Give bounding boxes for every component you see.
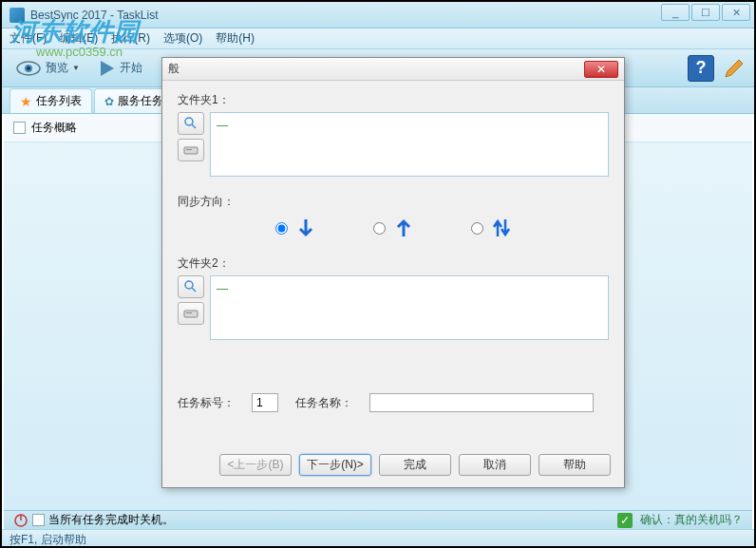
svg-line-11: [192, 288, 196, 292]
task-checkbox[interactable]: [13, 122, 26, 134]
chevron-down-icon: ▼: [72, 64, 80, 72]
tab-servicetask-label: 服务任务: [118, 93, 163, 109]
folder2-browse-button[interactable]: [178, 275, 204, 298]
folder1-input[interactable]: —: [210, 112, 609, 177]
dialog-title: 般: [168, 61, 180, 77]
drive-icon: [183, 144, 198, 156]
sync-down-option[interactable]: [275, 217, 316, 238]
play-icon: [97, 59, 116, 78]
dialog-close-button[interactable]: ✕: [584, 61, 618, 78]
next-button[interactable]: 下一步(N)>: [299, 454, 371, 476]
menubar: 文件(F) 编辑(E) 执行(R) 选项(O) 帮助(H): [2, 28, 754, 49]
start-label: 开始: [120, 60, 142, 76]
help-button[interactable]: 帮助: [539, 454, 611, 476]
preview-button[interactable]: 预览 ▼: [9, 58, 85, 79]
shutdown-check[interactable]: 当所有任务完成时关机。: [13, 512, 174, 528]
svg-point-6: [185, 118, 193, 125]
search-icon: [184, 117, 198, 130]
task-name-input[interactable]: [369, 393, 594, 412]
menu-edit[interactable]: 编辑(E): [60, 30, 98, 47]
task-overview-label: 任务概略: [31, 120, 77, 136]
menu-options[interactable]: 选项(O): [163, 30, 202, 47]
svg-point-10: [185, 281, 193, 289]
help-icon[interactable]: ?: [688, 55, 714, 82]
pen-icon[interactable]: [722, 56, 747, 81]
sync-both-radio[interactable]: [471, 222, 483, 235]
status-text: 按F1, 启动帮助: [9, 533, 86, 546]
arrow-updown-icon: [491, 217, 512, 238]
prev-button: <上一步(B): [219, 454, 292, 476]
gear-icon: ✿: [104, 95, 114, 108]
search-icon: [184, 280, 198, 293]
tab-tasklist[interactable]: ★ 任务列表: [9, 88, 92, 113]
power-icon: [13, 513, 28, 528]
cancel-button[interactable]: 取消: [459, 454, 531, 476]
window-title: BestSync 2017 - TaskList: [30, 9, 159, 22]
dialog-wizard: 般 ✕ 文件夹1： — 同步方向：: [161, 57, 625, 488]
arrow-down-icon: [295, 217, 316, 238]
menu-execute[interactable]: 执行(R): [111, 30, 150, 47]
sync-up-option[interactable]: [373, 217, 414, 238]
star-icon: ★: [20, 94, 32, 109]
close-button[interactable]: ✕: [722, 4, 750, 21]
folder2-label: 文件夹2：: [178, 255, 609, 272]
task-id-label: 任务标号：: [178, 395, 235, 411]
sync-up-radio[interactable]: [373, 222, 386, 235]
arrow-up-icon: [393, 217, 414, 238]
svg-rect-9: [186, 149, 192, 150]
menu-file[interactable]: 文件(F): [9, 30, 47, 47]
svg-rect-12: [184, 311, 198, 317]
svg-line-7: [192, 124, 196, 128]
folder1-label: 文件夹1：: [178, 92, 609, 108]
preview-label: 预览: [46, 60, 68, 76]
svg-point-2: [27, 66, 30, 70]
svg-rect-13: [186, 312, 192, 313]
drive-icon: [183, 308, 198, 319]
task-name-label: 任务名称：: [295, 395, 352, 411]
tab-tasklist-label: 任务列表: [36, 93, 82, 109]
shutdown-label: 当所有任务完成时关机。: [48, 512, 174, 528]
svg-marker-3: [101, 61, 114, 76]
finish-button[interactable]: 完成: [379, 454, 451, 476]
maximize-button[interactable]: ☐: [691, 4, 720, 21]
app-icon: [9, 8, 25, 23]
folder2-drive-button[interactable]: [178, 302, 204, 325]
sync-both-option[interactable]: [471, 217, 512, 238]
bottombar: 当所有任务完成时关机。 ✓ 确认：真的关机吗？: [4, 510, 752, 529]
eye-icon: [15, 60, 42, 77]
statusbar: 按F1, 启动帮助: [2, 529, 754, 546]
confirm-label: 确认：真的关机吗？: [640, 512, 743, 528]
start-button[interactable]: 开始: [91, 57, 148, 80]
titlebar: BestSync 2017 - TaskList ⎯ ☐ ✕: [2, 2, 754, 28]
sync-direction-label: 同步方向：: [178, 194, 609, 210]
folder1-drive-button[interactable]: [178, 139, 204, 161]
minimize-button[interactable]: ⎯: [661, 4, 690, 21]
sync-down-radio[interactable]: [275, 222, 288, 235]
check-icon: ✓: [617, 513, 633, 528]
menu-help[interactable]: 帮助(H): [216, 30, 255, 47]
folder2-input[interactable]: —: [210, 275, 609, 340]
svg-rect-8: [184, 147, 198, 154]
task-id-input[interactable]: [252, 393, 278, 412]
shutdown-checkbox[interactable]: [32, 514, 45, 526]
dialog-titlebar[interactable]: 般 ✕: [162, 58, 624, 81]
folder1-browse-button[interactable]: [178, 112, 204, 135]
